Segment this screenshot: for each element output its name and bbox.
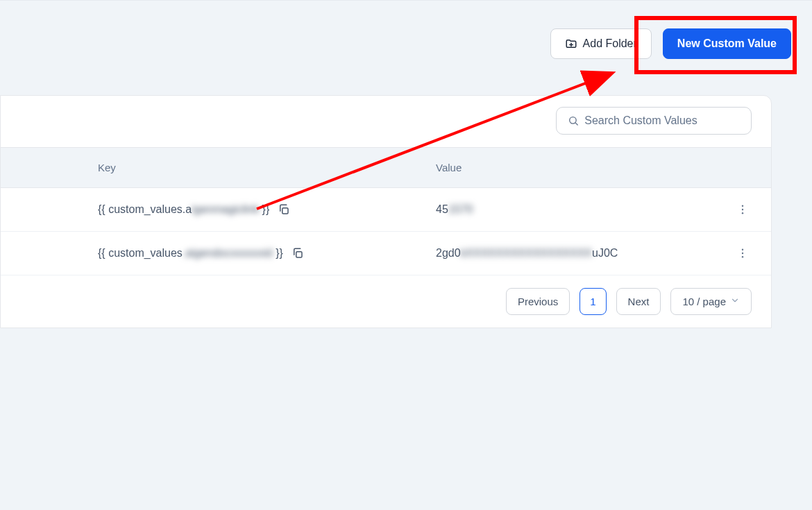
svg-point-9 <box>742 212 743 214</box>
value-blur: 1570 <box>448 203 473 215</box>
more-actions-button[interactable] <box>735 202 750 217</box>
cell-actions <box>700 188 771 231</box>
svg-point-7 <box>742 205 743 207</box>
cell-value: 2gd0kXXXXXXXXXXXXXXXXXuJ0C <box>436 233 700 273</box>
key-text-suffix: }} <box>259 203 269 215</box>
value-blur: kXXXXXXXXXXXXXXXXX <box>461 247 592 259</box>
search-row <box>1 101 771 147</box>
custom-values-panel: Key Value {{ custom_values.aigenmagiclin… <box>0 95 772 328</box>
add-folder-button[interactable]: Add Folder <box>550 28 652 59</box>
previous-button[interactable]: Previous <box>506 288 570 315</box>
cell-value: 451570 <box>436 189 700 230</box>
copy-icon[interactable] <box>291 247 304 260</box>
next-button[interactable]: Next <box>616 288 661 315</box>
svg-point-8 <box>742 209 743 210</box>
cell-key: {{ custom_values.aigendocxxxxxxid }} <box>1 233 436 273</box>
key-blur: .aigendocxxxxxxid <box>183 247 273 259</box>
per-page-select[interactable]: 10 / page <box>670 288 752 315</box>
per-page-label: 10 / page <box>682 296 726 307</box>
cell-key: {{ custom_values.aigenmagiclink }} <box>1 189 436 230</box>
new-custom-value-button[interactable]: New Custom Value <box>663 28 791 59</box>
key-text: {{ custom_values <box>98 247 183 259</box>
svg-point-12 <box>742 253 743 254</box>
more-actions-button[interactable] <box>735 246 750 261</box>
svg-rect-6 <box>282 208 288 214</box>
value-text-suffix: uJ0C <box>592 247 618 259</box>
add-folder-label: Add Folder <box>583 37 637 50</box>
table-body: {{ custom_values.aigenmagiclink }} 45157… <box>1 188 771 275</box>
svg-line-5 <box>575 123 577 125</box>
col-header-actions <box>700 148 771 187</box>
folder-plus-icon <box>565 37 577 50</box>
col-header-key: Key <box>1 148 436 187</box>
key-blur: igenmagiclink <box>192 203 259 215</box>
search-input[interactable] <box>584 114 740 127</box>
toolbar: Add Folder New Custom Value <box>0 1 812 95</box>
svg-point-4 <box>570 117 576 124</box>
table-header: Key Value <box>1 147 771 188</box>
key-text: {{ custom_values.a <box>98 203 192 215</box>
pagination: Previous 1 Next 10 / page <box>1 275 771 328</box>
copy-icon[interactable] <box>278 203 290 216</box>
cell-actions <box>700 232 771 275</box>
table-row: {{ custom_values.aigendocxxxxxxid }} 2gd… <box>1 232 771 275</box>
col-header-value: Value <box>436 148 700 187</box>
value-text: 2gd0 <box>436 247 461 259</box>
key-text-suffix: }} <box>273 247 283 259</box>
svg-point-13 <box>742 256 743 257</box>
search-icon <box>568 114 579 127</box>
search-box[interactable] <box>556 107 752 135</box>
table-row: {{ custom_values.aigenmagiclink }} 45157… <box>1 188 771 232</box>
svg-point-11 <box>742 249 743 250</box>
new-custom-value-label: New Custom Value <box>677 37 777 50</box>
chevron-down-icon <box>730 296 740 307</box>
svg-rect-10 <box>296 252 302 257</box>
value-text: 45 <box>436 203 448 215</box>
page-number-button[interactable]: 1 <box>580 288 606 315</box>
